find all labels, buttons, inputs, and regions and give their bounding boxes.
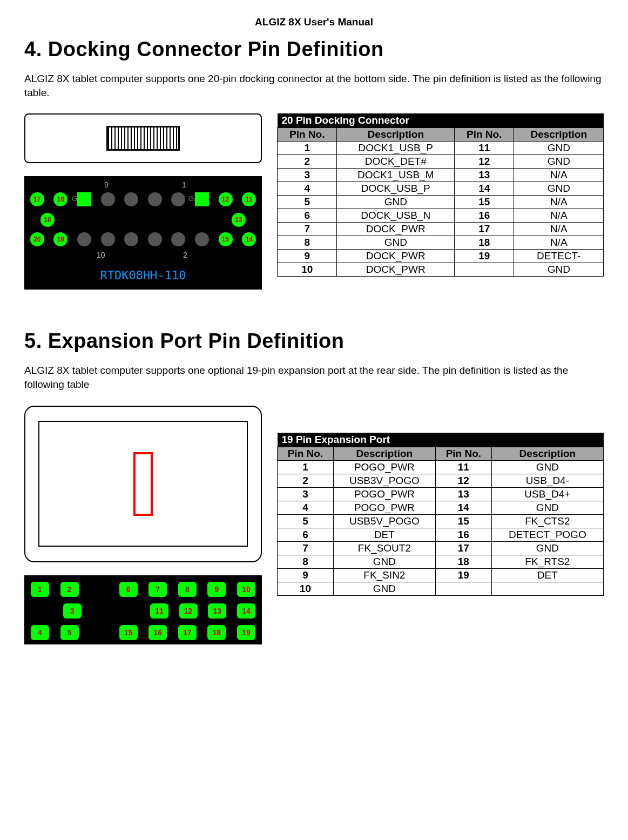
pcb-pin-15: 15	[219, 232, 233, 246]
pcb-part-number: RTDK08HH-110	[25, 268, 261, 282]
description-cell: GND	[333, 555, 435, 568]
pcb-pad-icon	[124, 192, 138, 206]
tablet-inner-frame	[38, 421, 248, 547]
exp-pin: 1	[31, 582, 49, 597]
expansion-port-highlight	[133, 452, 153, 516]
pcb-mid-row: 18 13	[25, 213, 261, 227]
exp-pin: 14	[237, 603, 255, 619]
table-row: 7DOCK_PWR17N/A	[278, 223, 604, 236]
exp-pin: 17	[178, 625, 197, 640]
exp-row-2: 3 11 12 13 14	[63, 603, 255, 619]
pin-no-cell: 14	[435, 501, 491, 514]
table-row: 9FK_SIN219DET	[278, 568, 604, 582]
description-cell: N/A	[514, 169, 604, 182]
table-col-header: Pin No.	[435, 447, 491, 460]
description-cell: USB3V_POGO	[333, 474, 435, 487]
table-row: 7FK_SOUT217GND	[278, 541, 604, 555]
table-row: 3DOCK1_USB_M13N/A	[278, 169, 604, 182]
table-row: 2DOCK_DET#12GND	[278, 155, 604, 169]
section-4-title: 4. Docking Connector Pin Definition	[24, 38, 604, 61]
table-col-header: Pin No.	[278, 447, 334, 460]
pin-no-cell: 19	[435, 568, 491, 582]
pcb-pin-17: 17	[30, 192, 44, 206]
pin-no-cell: 2	[278, 474, 334, 487]
pin-no-cell: 6	[278, 209, 337, 223]
pcb-pad-icon	[171, 232, 185, 246]
pin-no-cell: 11	[435, 460, 491, 474]
description-cell: USB_D4+	[491, 487, 603, 501]
description-cell: FK_SIN2	[333, 568, 435, 582]
exp-pin: 12	[179, 603, 198, 619]
pin-no-cell: 3	[278, 487, 334, 501]
table-col-header: Description	[514, 128, 604, 142]
exp-pin: 19	[237, 625, 255, 640]
description-cell: N/A	[514, 196, 604, 209]
pin-no-cell: 9	[278, 568, 334, 582]
pcb-pin-13: 13	[232, 213, 246, 227]
expansion-pcb-diagram: 1 2 6 7 8 9 10 3 11 12 13 14 4 5	[24, 575, 262, 644]
description-cell: FK_CTS2	[491, 514, 603, 528]
exp-pin: 8	[178, 582, 197, 597]
table-row: 4POGO_PWR14GND	[278, 501, 604, 514]
description-cell: FK_RTS2	[491, 555, 603, 568]
exp-pin: 7	[148, 582, 167, 597]
description-cell: DOCK1_USB_P	[337, 142, 455, 155]
pcb-pad-icon	[124, 232, 138, 246]
pin-no-cell: 4	[278, 501, 334, 514]
table-row: 9DOCK_PWR19DETECT-	[278, 250, 604, 263]
description-cell: N/A	[514, 223, 604, 236]
table-row: 6DOCK_USB_N16N/A	[278, 209, 604, 223]
pin-no-cell: 1	[278, 142, 337, 155]
description-cell: GND	[337, 236, 455, 250]
pin-no-cell: 15	[435, 514, 491, 528]
pcb-pin-20: 20	[30, 232, 44, 246]
pcb-top-row: 17 16 12 11	[25, 192, 261, 206]
section-4-intro: ALGIZ 8X tablet computer supports one 20…	[24, 72, 604, 99]
description-cell: DOCK_USB_N	[337, 209, 455, 223]
pin-no-cell: 15	[455, 196, 514, 209]
pcb-pad-icon	[148, 232, 162, 246]
description-cell: FK_SOUT2	[333, 541, 435, 555]
exp-pin: 18	[207, 625, 226, 640]
pin-no-cell: 3	[278, 169, 337, 182]
pcb-label-9: 9	[104, 180, 109, 189]
exp-pin: 3	[63, 603, 82, 619]
description-cell: DOCK_DET#	[337, 155, 455, 169]
pin-no-cell: 2	[278, 155, 337, 169]
expansion-pin-table: 19 Pin Expansion Port Pin No. Descriptio…	[277, 433, 604, 596]
pin-no-cell: 10	[278, 582, 334, 595]
exp-pin: 11	[150, 603, 168, 619]
table-row: 8GND18FK_RTS2	[278, 555, 604, 568]
pcb-label-2: 2	[183, 251, 187, 259]
pcb-pin-12: 12	[219, 192, 233, 206]
exp-row-1: 1 2 6 7 8 9 10	[31, 582, 255, 597]
exp-pin: 9	[207, 582, 226, 597]
pin-no-cell: 6	[278, 528, 334, 541]
description-cell: N/A	[514, 209, 604, 223]
pin-no-cell: 14	[455, 182, 514, 196]
table-col-header: Description	[333, 447, 435, 460]
pin-no-cell: 18	[455, 236, 514, 250]
description-cell: GND	[337, 196, 455, 209]
description-cell: POGO_PWR	[333, 501, 435, 514]
description-cell: USB_D4-	[491, 474, 603, 487]
pcb-pad-icon	[77, 232, 91, 246]
description-cell: POGO_PWR	[333, 460, 435, 474]
description-cell: GND	[491, 541, 603, 555]
table-row: 5USB5V_POGO15FK_CTS2	[278, 514, 604, 528]
pcb-square-icon	[195, 192, 209, 206]
table-row: 3POGO_PWR13USB_D4+	[278, 487, 604, 501]
pcb-label-10: 10	[97, 251, 105, 259]
table-row: 8GND18N/A	[278, 236, 604, 250]
pin-no-cell: 5	[278, 514, 334, 528]
description-cell: DOCK_PWR	[337, 263, 455, 277]
table-title: 20 Pin Docking Connector	[278, 113, 604, 128]
section-5-intro: ALGIZ 8X tablet computer supports one op…	[24, 364, 604, 391]
pin-no-cell: 12	[435, 474, 491, 487]
description-cell: POGO_PWR	[333, 487, 435, 501]
pin-no-cell: 17	[455, 223, 514, 236]
pin-no-cell: 9	[278, 250, 337, 263]
description-cell: DETECT_POGO	[491, 528, 603, 541]
description-cell: DOCK1_USB_M	[337, 169, 455, 182]
pin-no-cell: 16	[455, 209, 514, 223]
